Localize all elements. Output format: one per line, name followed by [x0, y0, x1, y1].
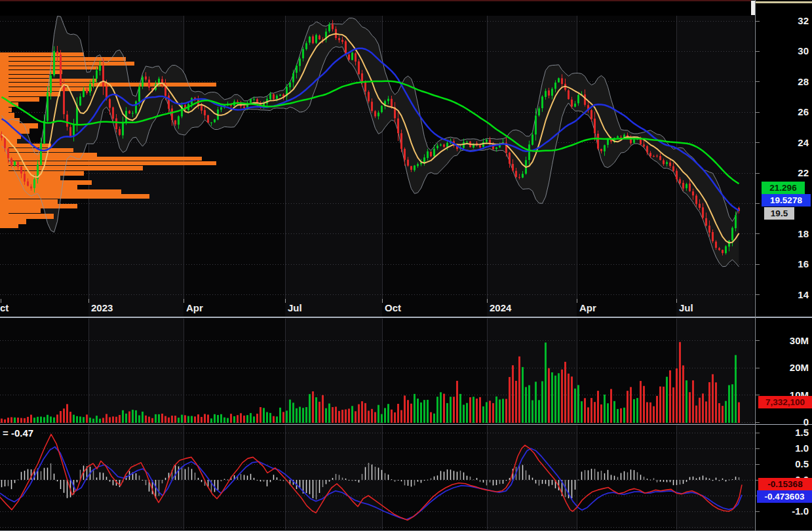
quote-header: Lo 19.4, Close 19.5 (-1.0%) Vol 7,332,10…: [1, 1, 750, 16]
time-axis[interactable]: [0, 300, 755, 317]
oscillator-axis[interactable]: [755, 425, 812, 530]
volume-pane[interactable]: [0, 319, 755, 423]
volume-axis[interactable]: [755, 319, 812, 423]
price-axis[interactable]: [755, 0, 812, 317]
trading-chart-window: Lo 19.4, Close 19.5 (-1.0%) Vol 7,332,10…: [0, 0, 812, 531]
oscillator-pane[interactable]: [0, 425, 755, 530]
price-pane[interactable]: [0, 16, 755, 300]
